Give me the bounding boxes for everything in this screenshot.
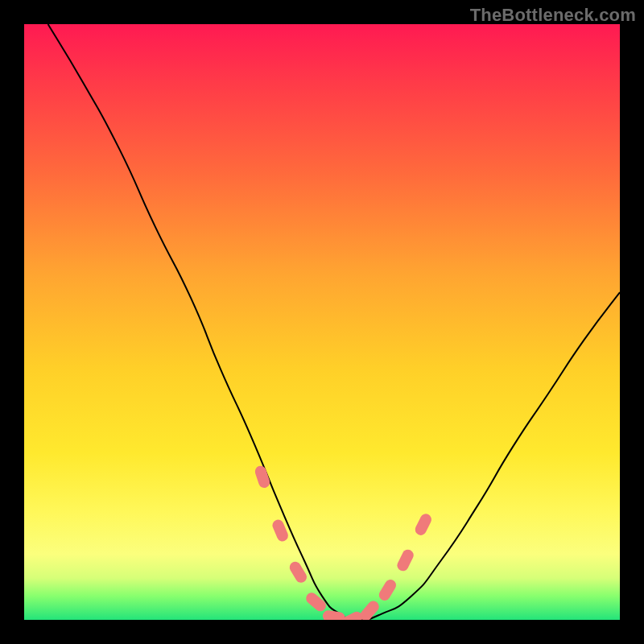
highlight-dots	[261, 472, 426, 620]
highlight-dot	[402, 555, 407, 566]
highlight-dot	[278, 526, 283, 536]
highlight-dot	[421, 519, 426, 530]
bottleneck-curve	[48, 24, 620, 620]
chart-plot-area	[24, 24, 620, 620]
highlight-dot	[261, 472, 264, 482]
highlight-dot	[385, 585, 390, 595]
chart-svg	[24, 24, 620, 620]
highlight-dot	[347, 617, 357, 620]
highlight-dot	[312, 598, 320, 605]
highlight-dot	[328, 616, 340, 617]
highlight-dot	[366, 607, 374, 616]
watermark-text: TheBottleneck.com	[470, 5, 636, 26]
highlight-dot	[295, 568, 301, 577]
